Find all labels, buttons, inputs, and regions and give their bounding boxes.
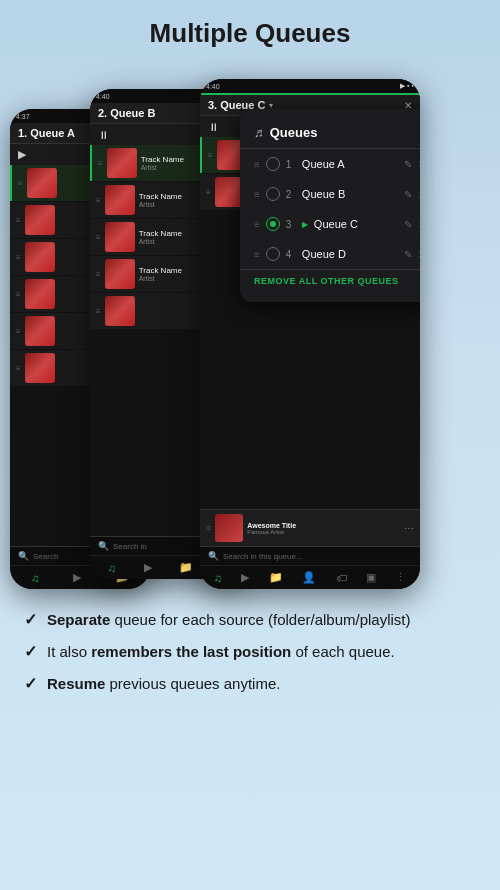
track-thumb xyxy=(25,279,55,309)
queue-nav-icon[interactable]: ♫ xyxy=(214,572,222,584)
check-icon-1: ✓ xyxy=(24,610,37,629)
pause-icon-2: ⏸ xyxy=(98,129,109,141)
play-icon-1: ▶ xyxy=(18,148,26,161)
edit-icon-b[interactable]: ✎ xyxy=(404,189,412,200)
track-thumb xyxy=(105,185,135,215)
more-options-icon[interactable]: ⋯ xyxy=(404,523,414,534)
drag-handle: ≡ xyxy=(96,196,101,205)
track-thumb xyxy=(25,205,55,235)
play-nav-icon[interactable]: ▶ xyxy=(144,561,152,574)
drag-handle: ≡ xyxy=(16,327,21,336)
edit-icon-c[interactable]: ✎ xyxy=(404,219,412,230)
queue-num: 4 xyxy=(286,249,296,260)
status-bar-3: 4:40 ▶ ▪ ▪ xyxy=(200,79,420,93)
queues-overlay: ♬ Queues ≡ 1 Queue A ✎ ✕ ≡ 2 Que xyxy=(240,109,420,302)
queue-num: 2 xyxy=(286,189,296,200)
queue-num: 3 xyxy=(286,219,296,230)
queue-num: 1 xyxy=(286,159,296,170)
edit-icon-d[interactable]: ✎ xyxy=(404,249,412,260)
drag-icon: ≡ xyxy=(254,189,260,200)
now-playing-title: Awesome Title xyxy=(247,522,400,529)
edit-icon-a[interactable]: ✎ xyxy=(404,159,412,170)
drag-handle: ≡ xyxy=(16,290,21,299)
now-playing-artist: Famous Artist xyxy=(247,529,400,535)
track-thumb xyxy=(105,222,135,252)
queue-nav-icon[interactable]: ♫ xyxy=(31,572,39,584)
feature-item-1: ✓ Separate queue for each source (folder… xyxy=(24,609,476,631)
drag-handle: ≡ xyxy=(96,307,101,316)
drag-handle: ≡ xyxy=(96,233,101,242)
drag-handle: ≡ xyxy=(208,151,213,160)
overlay-header: ♬ Queues xyxy=(240,119,420,149)
queue-radio-c[interactable] xyxy=(266,217,280,231)
queue-list-item-a[interactable]: ≡ 1 Queue A ✎ ✕ xyxy=(240,149,420,179)
drag-handle: ≡ xyxy=(98,159,103,168)
track-thumb xyxy=(105,259,135,289)
bottom-nav-3: ♫ ▶ 📁 👤 🏷 ▣ ⋮ xyxy=(200,565,420,589)
play-nav-icon[interactable]: ▶ xyxy=(241,571,249,584)
album-nav-icon[interactable]: ▣ xyxy=(366,571,376,584)
phones-container: 4:37 ▶ 1. Queue A ▶ ☰ ≡ ≡ ≡ xyxy=(0,59,500,599)
drag-icon: ≡ xyxy=(254,219,260,230)
more-nav-icon[interactable]: ⋮ xyxy=(395,571,406,584)
queue-radio-d[interactable] xyxy=(266,247,280,261)
queue-radio-b[interactable] xyxy=(266,187,280,201)
queue-name-c: Queue C xyxy=(314,218,398,230)
queue-name-b: Queue B xyxy=(302,188,398,200)
folder-nav-icon[interactable]: 📁 xyxy=(269,571,283,584)
remove-icon-c[interactable]: ✕ xyxy=(418,219,420,230)
check-icon-2: ✓ xyxy=(24,642,37,661)
music-list-icon: ♬ xyxy=(254,125,264,140)
queue-nav-icon[interactable]: ♫ xyxy=(108,562,116,574)
queue-list-item-d[interactable]: ≡ 4 Queue D ✎ ✕ xyxy=(240,239,420,269)
play-nav-icon[interactable]: ▶ xyxy=(73,571,81,584)
search-icon: 🔍 xyxy=(98,541,109,551)
drag-icon: ≡ xyxy=(254,249,260,260)
queue-name-d: Queue D xyxy=(302,248,398,260)
drag-handle: ≡ xyxy=(206,523,211,533)
play-indicator-icon: ▶ xyxy=(302,220,308,229)
remove-icon-d[interactable]: ✕ xyxy=(418,249,420,260)
now-playing-bar: ≡ Awesome Title Famous Artist ⋯ xyxy=(200,509,420,546)
remove-icon-a[interactable]: ✕ xyxy=(418,159,420,170)
drag-handle: ≡ xyxy=(96,270,101,279)
overlay-title: Queues xyxy=(270,125,318,140)
search-label: Search xyxy=(33,552,58,561)
remove-all-button[interactable]: REMOVE ALL OTHER QUEUES xyxy=(240,269,420,292)
queue-list-item-c[interactable]: ≡ 3 ▶ Queue C ✎ ✕ xyxy=(240,209,420,239)
feature-item-3: ✓ Resume previous queues anytime. xyxy=(24,673,476,695)
queue-name-a: Queue A xyxy=(302,158,398,170)
remove-icon-b[interactable]: ✕ xyxy=(418,189,420,200)
track-thumb xyxy=(25,242,55,272)
feature-item-2: ✓ It also remembers the last position of… xyxy=(24,641,476,663)
drag-handle: ≡ xyxy=(206,188,211,197)
track-thumb xyxy=(105,296,135,326)
folder-nav-icon[interactable]: 📁 xyxy=(179,561,193,574)
queue-radio-a[interactable] xyxy=(266,157,280,171)
search-placeholder: Search in this queue... xyxy=(223,552,303,561)
phone-3: 4:40 ▶ ▪ ▪ 3. Queue C ▾ ✕ ⏸ ☰ 3/8 💾 ⋯ xyxy=(200,79,420,589)
person-nav-icon[interactable]: 👤 xyxy=(302,571,316,584)
feature-text-2: It also remembers the last position of e… xyxy=(47,641,395,663)
feature-text-3: Resume previous queues anytime. xyxy=(47,673,280,695)
search-icon: 🔍 xyxy=(208,551,219,561)
search-label: Search in xyxy=(113,542,147,551)
search-icon: 🔍 xyxy=(18,551,29,561)
features-section: ✓ Separate queue for each source (folder… xyxy=(0,599,500,720)
now-playing-thumb xyxy=(215,514,243,542)
track-thumb xyxy=(25,353,55,383)
now-playing-info: Awesome Title Famous Artist xyxy=(247,522,400,535)
pause-icon[interactable]: ⏸ xyxy=(208,121,219,133)
drag-handle: ≡ xyxy=(16,216,21,225)
drag-handle: ≡ xyxy=(16,253,21,262)
search-bar-3[interactable]: 🔍 Search in this queue... xyxy=(200,546,420,565)
queue-list-item-b[interactable]: ≡ 2 Queue B ✎ ✕ xyxy=(240,179,420,209)
drag-handle: ≡ xyxy=(18,179,23,188)
track-thumb xyxy=(27,168,57,198)
feature-text-1: Separate queue for each source (folder/a… xyxy=(47,609,411,631)
track-thumb xyxy=(107,148,137,178)
drag-handle: ≡ xyxy=(16,364,21,373)
check-icon-3: ✓ xyxy=(24,674,37,693)
tag-nav-icon[interactable]: 🏷 xyxy=(336,572,347,584)
page-title: Multiple Queues xyxy=(0,0,500,59)
